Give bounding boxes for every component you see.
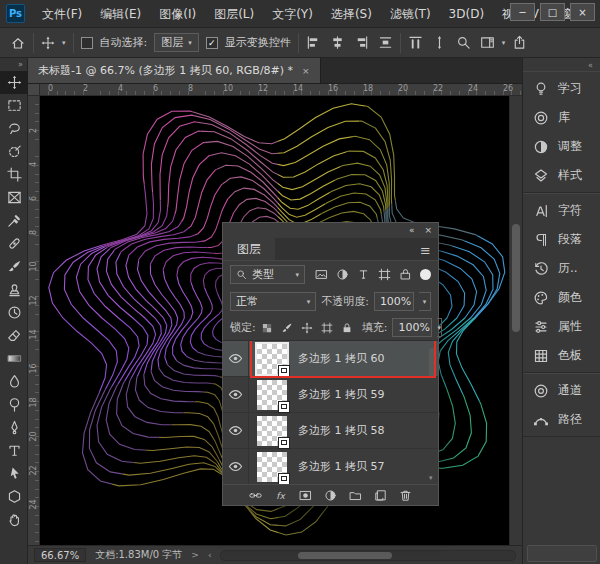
lock-all-icon[interactable] [341, 322, 353, 334]
chevron-down-icon[interactable]: ▾ [502, 39, 506, 47]
home-icon[interactable] [10, 35, 26, 51]
new-adjustment-icon[interactable] [324, 489, 337, 502]
layer-row[interactable]: 多边形 1 拷贝 57 [223, 449, 438, 484]
collapse-dock-icon[interactable]: « [523, 58, 600, 71]
maximize-button[interactable]: □ [540, 3, 565, 21]
delete-layer-icon[interactable] [399, 489, 412, 502]
menu-item[interactable]: 3D(D) [440, 1, 493, 27]
align-left-icon[interactable] [306, 35, 321, 50]
fill-value[interactable]: 100% [392, 318, 432, 337]
brush-tool[interactable] [0, 255, 28, 278]
layer-thumbnail[interactable] [257, 344, 287, 374]
link-layers-icon[interactable] [249, 489, 262, 502]
layers-tab[interactable]: 图层 [223, 238, 275, 260]
layer-row[interactable]: 多边形 1 拷贝 59 [223, 377, 438, 413]
menu-item[interactable]: 编辑(E) [91, 1, 150, 27]
menu-item[interactable]: 图像(I) [150, 1, 205, 27]
eraser-tool[interactable] [0, 324, 28, 347]
eyedropper-tool[interactable] [0, 209, 28, 232]
crop-tool[interactable] [0, 163, 28, 186]
path-selection-tool[interactable] [0, 462, 28, 485]
adjustment-filter-icon[interactable] [336, 268, 349, 281]
align-right-icon[interactable] [354, 35, 369, 50]
vertical-scrollbar-thumb[interactable] [512, 224, 520, 332]
type-tool[interactable] [0, 439, 28, 462]
close-button[interactable]: × [570, 3, 595, 21]
auto-select-dropdown[interactable]: 图层▾ [154, 33, 199, 52]
panel-collapse-icon[interactable]: « [409, 225, 415, 235]
zoom-level-field[interactable]: 66.67% [34, 548, 86, 562]
eye-icon[interactable] [223, 377, 249, 412]
filter-toggle-icon[interactable] [420, 269, 431, 280]
workspace-icon[interactable] [480, 35, 495, 50]
eye-icon[interactable] [223, 449, 249, 484]
libraries-panel[interactable]: 库 [523, 103, 600, 132]
fill-chevron-icon[interactable]: ▾ [437, 318, 442, 337]
vertical-scrollbar[interactable] [509, 96, 522, 545]
panel-menu-icon[interactable]: ≡ [420, 244, 431, 257]
chevron-down-icon[interactable]: ▾ [62, 39, 66, 47]
menu-item[interactable]: 图层(L) [205, 1, 263, 27]
tab-close-icon[interactable]: × [302, 66, 310, 76]
layer-thumbnail[interactable] [257, 452, 287, 482]
layer-row[interactable]: 多边形 1 拷贝 60 [223, 341, 438, 377]
pixel-filter-icon[interactable] [315, 268, 328, 281]
paths-panel[interactable]: 路径 [523, 405, 600, 434]
lasso-tool[interactable] [0, 117, 28, 140]
scroll-left-icon[interactable]: ‹ [208, 550, 212, 560]
shape-tool[interactable] [0, 485, 28, 508]
hand-tool[interactable] [0, 508, 28, 531]
menu-item[interactable]: 滤镜(T) [381, 1, 440, 27]
new-group-icon[interactable] [349, 489, 362, 502]
lock-move-icon[interactable] [301, 322, 313, 334]
status-expand-icon[interactable]: > [191, 550, 199, 560]
properties-panel[interactable]: 属性 [523, 312, 600, 341]
layers-scrollbar[interactable]: ▾ [428, 341, 437, 484]
add-mask-icon[interactable] [299, 489, 312, 502]
document-tab[interactable]: 未标题-1 @ 66.7% (多边形 1 拷贝 60, RGB/8#) * × [28, 58, 321, 83]
lock-transparency-icon[interactable] [261, 322, 273, 334]
eye-icon[interactable] [223, 341, 249, 376]
menu-item[interactable]: 文件(F) [33, 1, 91, 27]
layer-row[interactable]: 多边形 1 拷贝 58 [223, 413, 438, 449]
panel-close-icon[interactable]: × [424, 225, 432, 235]
layer-thumbnail[interactable] [257, 380, 287, 410]
swatches-panel[interactable]: 色板 [523, 341, 600, 370]
pen-tool[interactable] [0, 416, 28, 439]
blend-mode-dropdown[interactable]: 正常 ▾ [230, 292, 316, 311]
menu-item[interactable]: 选择(S) [322, 1, 381, 27]
distribute-vertical-icon[interactable] [432, 35, 447, 50]
channels-panel[interactable]: 通道 [523, 376, 600, 405]
eye-icon[interactable] [223, 413, 249, 448]
layer-thumbnail[interactable] [257, 416, 287, 446]
frame-tool[interactable] [0, 186, 28, 209]
color-panel[interactable]: 颜色 [523, 283, 600, 312]
lock-paint-icon[interactable] [281, 322, 293, 334]
filter-type-dropdown[interactable]: 类型 ▾ [230, 265, 305, 284]
move-tool-icon[interactable] [41, 36, 55, 50]
adjustments-panel[interactable]: 调整 [523, 132, 600, 161]
history-brush-tool[interactable] [0, 301, 28, 324]
object-selection-tool[interactable] [0, 140, 28, 163]
horizontal-scrollbar[interactable] [220, 550, 516, 561]
align-center-icon[interactable] [330, 35, 345, 50]
paragraph-panel[interactable]: 段落 [523, 225, 600, 254]
move-tool[interactable] [0, 71, 28, 94]
marquee-tool[interactable] [0, 94, 28, 117]
learn-panel[interactable]: 学习 [523, 74, 600, 103]
dodge-tool[interactable] [0, 393, 28, 416]
smart-object-filter-icon[interactable] [399, 268, 412, 281]
search-icon[interactable] [456, 35, 471, 50]
show-transform-checkbox[interactable]: ✓ [206, 37, 218, 49]
opacity-value[interactable]: 100% [374, 292, 414, 311]
shape-filter-icon[interactable] [378, 268, 391, 281]
auto-select-checkbox[interactable] [81, 37, 93, 49]
horizontal-scrollbar-thumb[interactable] [298, 552, 392, 559]
scroll-down-icon[interactable]: ▾ [429, 474, 433, 482]
minimize-button[interactable]: ─ [510, 3, 535, 21]
distribute-icon[interactable] [378, 35, 393, 50]
type-filter-icon[interactable] [357, 268, 370, 281]
blur-tool[interactable] [0, 370, 28, 393]
expand-tools-icon[interactable]: » [0, 58, 27, 71]
styles-panel[interactable]: 样式 [523, 161, 600, 190]
